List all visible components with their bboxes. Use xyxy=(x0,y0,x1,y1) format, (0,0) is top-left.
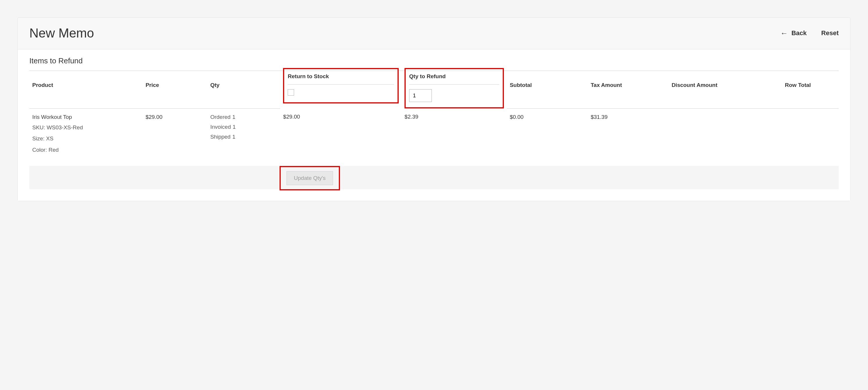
table-footer-row: Update Qty's xyxy=(29,166,839,189)
discount-amount-cell: $0.00 xyxy=(507,109,588,166)
col-qty-to-refund-header: Qty to Refund xyxy=(402,73,507,109)
qty-to-refund-input[interactable] xyxy=(409,89,432,102)
table-header-row: Product Price Qty Return to Stock Qty to… xyxy=(29,73,839,109)
col-qty-header: Qty xyxy=(208,73,280,109)
back-label: Back xyxy=(791,29,807,37)
qty-shipped: Shipped1 xyxy=(210,134,278,140)
arrow-left-icon: ← xyxy=(780,29,788,37)
col-row-total-header: Row Total xyxy=(782,73,839,109)
col-subtotal-header: Subtotal xyxy=(507,73,588,109)
qty-cell: Ordered1 Invoiced1 Shipped1 xyxy=(208,109,280,166)
return-to-stock-label: Return to Stock xyxy=(288,73,394,85)
col-tax-amount-header: Tax Amount xyxy=(588,73,669,109)
col-discount-amount-header: Discount Amount xyxy=(669,73,782,109)
return-to-stock-checkbox[interactable] xyxy=(288,89,294,96)
reset-button[interactable]: Reset xyxy=(821,29,839,37)
qty-ordered-label: Ordered xyxy=(210,114,231,120)
col-price-header: Price xyxy=(143,73,208,109)
content-area: Items to Refund Product Price Qty xyxy=(18,50,850,201)
qty-shipped-value: 1 xyxy=(232,134,236,140)
product-sku: SKU: WS03-XS-Red xyxy=(32,124,140,132)
qty-shipped-label: Shipped xyxy=(210,134,231,140)
update-qtys-highlight: Update Qty's xyxy=(280,166,340,190)
back-button[interactable]: ← Back xyxy=(780,29,807,37)
qty-invoiced-value: 1 xyxy=(232,124,236,130)
product-name: Iris Workout Top xyxy=(32,114,140,120)
product-cell: Iris Workout Top SKU: WS03-XS-Red Size: … xyxy=(29,109,143,166)
col-return-to-stock-header: Return to Stock xyxy=(280,73,402,109)
row-total-cell: $31.39 xyxy=(588,109,669,166)
qty-invoiced-label: Invoiced xyxy=(210,124,231,130)
product-size: Size: XS xyxy=(32,135,140,143)
subtotal-cell: $29.00 xyxy=(280,109,402,166)
tax-amount-cell: $2.39 xyxy=(402,109,507,166)
qty-to-refund-highlight: Qty to Refund xyxy=(404,68,504,109)
refund-items-table: Product Price Qty Return to Stock Qty to… xyxy=(29,73,839,189)
page-header: New Memo ← Back Reset xyxy=(18,18,850,50)
product-color: Color: Red xyxy=(32,146,140,154)
page-title: New Memo xyxy=(29,26,94,40)
qty-invoiced: Invoiced1 xyxy=(210,124,278,130)
col-product-header: Product xyxy=(29,73,143,109)
price-cell: $29.00 xyxy=(143,109,208,166)
update-qtys-button[interactable]: Update Qty's xyxy=(286,171,333,185)
qty-ordered-value: 1 xyxy=(232,114,236,120)
table-row: Iris Workout Top SKU: WS03-XS-Red Size: … xyxy=(29,109,839,166)
memo-card: New Memo ← Back Reset Items to Refund xyxy=(18,18,850,201)
return-to-stock-highlight: Return to Stock xyxy=(283,68,399,103)
qty-ordered: Ordered1 xyxy=(210,114,278,120)
header-actions: ← Back Reset xyxy=(780,29,839,37)
qty-to-refund-label: Qty to Refund xyxy=(409,73,499,85)
